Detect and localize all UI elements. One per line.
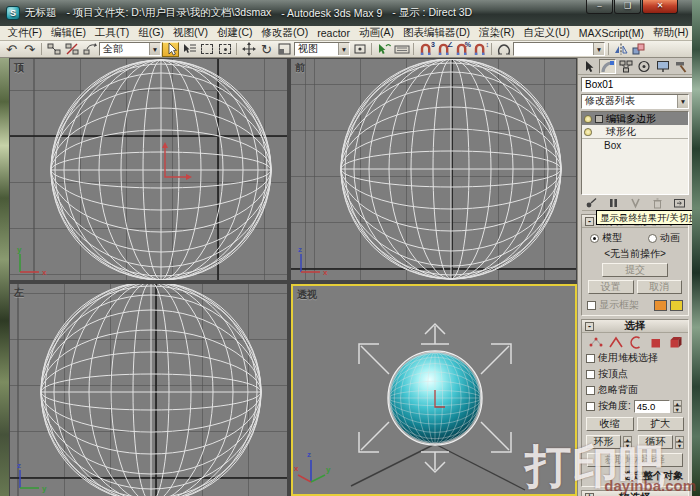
configure-modifier-sets-button[interactable] bbox=[670, 196, 688, 209]
viewport-label-top[interactable]: 顶 bbox=[14, 61, 24, 75]
visibility-bulb-icon[interactable] bbox=[584, 128, 592, 136]
ignore-backfacing-checkbox[interactable] bbox=[586, 386, 595, 395]
element-subobject-button[interactable] bbox=[668, 336, 683, 349]
show-cage-checkbox[interactable] bbox=[587, 301, 596, 310]
collapse-icon[interactable]: - bbox=[585, 217, 594, 226]
border-subobject-button[interactable] bbox=[628, 336, 643, 349]
chevron-down-icon[interactable]: ▼ bbox=[149, 43, 160, 55]
menu-item-graph-editors[interactable]: 图表编辑器(D) bbox=[398, 26, 474, 40]
menu-item-views[interactable]: 视图(V) bbox=[169, 26, 213, 40]
modifier-list-dropdown[interactable]: 修改器列表 ▼ bbox=[581, 94, 689, 109]
named-selection-sets-button[interactable] bbox=[495, 42, 512, 57]
cancel-button[interactable]: 取消 bbox=[637, 280, 683, 294]
window-crossing-button[interactable] bbox=[216, 42, 233, 57]
menu-item-animation[interactable]: 动画(A) bbox=[354, 26, 398, 40]
spinner-snap-button[interactable]: ↕ bbox=[471, 42, 488, 57]
menu-item-create[interactable]: 创建(C) bbox=[213, 26, 258, 40]
model-radio[interactable] bbox=[590, 234, 599, 243]
select-and-move-button[interactable] bbox=[240, 42, 257, 57]
menu-item-help[interactable]: 帮助(H) bbox=[649, 26, 694, 40]
mirror-button[interactable] bbox=[612, 42, 629, 57]
viewport-front[interactable]: 前 z x bbox=[291, 59, 576, 280]
menu-item-file[interactable]: 文件(F) bbox=[3, 26, 46, 40]
reference-coordinate-dropdown[interactable]: 视图 ▼ bbox=[294, 42, 350, 56]
shrink-button[interactable]: 收缩 bbox=[586, 417, 634, 431]
grow-button[interactable]: 扩大 bbox=[637, 417, 685, 431]
angle-snap-button[interactable]: ∠ bbox=[435, 42, 452, 57]
select-and-rotate-button[interactable]: ↻ bbox=[258, 42, 275, 57]
cage-selected-color-swatch[interactable] bbox=[670, 300, 683, 311]
viewport-left[interactable]: 左 z y bbox=[10, 284, 287, 496]
bind-to-space-warp-button[interactable] bbox=[81, 42, 98, 57]
viewport-label-left[interactable]: 左 bbox=[14, 286, 24, 300]
tab-hierarchy[interactable] bbox=[617, 59, 635, 74]
loop-spinner[interactable]: ▲▼ bbox=[675, 436, 684, 449]
use-stack-selection-checkbox[interactable] bbox=[586, 354, 595, 363]
chevron-down-icon[interactable]: ▼ bbox=[338, 43, 349, 55]
minimize-button[interactable]: – bbox=[586, 0, 613, 14]
menu-item-rendering[interactable]: 渲染(R) bbox=[475, 26, 520, 40]
select-object-button[interactable] bbox=[162, 42, 179, 57]
loop-button[interactable]: 循环 bbox=[638, 435, 673, 449]
rectangular-selection-region-button[interactable] bbox=[198, 42, 215, 57]
rollout-header-soft-selection[interactable]: + 软选择 bbox=[582, 491, 688, 496]
vertex-subobject-button[interactable] bbox=[588, 336, 603, 349]
edge-subobject-button[interactable] bbox=[608, 336, 623, 349]
make-unique-button[interactable] bbox=[626, 196, 644, 209]
viewport-label-perspective[interactable]: 透视 bbox=[297, 288, 317, 302]
pin-stack-button[interactable] bbox=[582, 196, 600, 209]
menu-item-group[interactable]: 组(G) bbox=[134, 26, 169, 40]
angle-spinner[interactable]: ▲▼ bbox=[673, 400, 682, 413]
redo-button[interactable]: ↷ bbox=[21, 42, 38, 57]
menu-item-maxscript[interactable]: MAXScript(M) bbox=[574, 27, 648, 39]
ring-spinner[interactable]: ▲▼ bbox=[623, 436, 632, 449]
menu-item-customize[interactable]: 自定义(U) bbox=[519, 26, 574, 40]
maximize-button[interactable]: ❑ bbox=[614, 0, 641, 14]
settings-button[interactable]: 设置 bbox=[588, 280, 634, 294]
menu-item-reactor[interactable]: reactor bbox=[313, 27, 355, 39]
select-and-manipulate-button[interactable] bbox=[375, 42, 392, 57]
tab-modify[interactable] bbox=[599, 59, 617, 74]
animate-radio[interactable] bbox=[648, 234, 657, 243]
close-button[interactable]: ✕ bbox=[642, 0, 678, 14]
percent-snap-button[interactable]: % bbox=[453, 42, 470, 57]
polygon-subobject-button[interactable] bbox=[648, 336, 663, 349]
ring-button[interactable]: 环形 bbox=[586, 435, 621, 449]
viewport-perspective[interactable]: z x y 透视 bbox=[291, 284, 577, 496]
by-vertex-checkbox[interactable] bbox=[586, 370, 595, 379]
transform-gizmo[interactable] bbox=[162, 142, 192, 180]
menu-item-modifiers[interactable]: 修改器(O) bbox=[257, 26, 313, 40]
tab-utilities[interactable] bbox=[673, 59, 691, 74]
select-by-name-button[interactable] bbox=[180, 42, 197, 57]
undo-button[interactable]: ↶ bbox=[3, 42, 20, 57]
menu-item-tools[interactable]: 工具(T) bbox=[90, 26, 133, 40]
cage-color-swatch[interactable] bbox=[654, 300, 667, 311]
named-selection-dropdown[interactable]: ▼ bbox=[513, 42, 605, 56]
unlink-selection-button[interactable] bbox=[63, 42, 80, 57]
object-name-field[interactable] bbox=[581, 77, 692, 92]
selection-filter-dropdown[interactable]: 全部 ▼ bbox=[99, 42, 161, 56]
commit-button[interactable]: 提交 bbox=[602, 263, 668, 277]
rollout-header-selection[interactable]: - 选择 bbox=[582, 320, 688, 333]
menu-item-edit[interactable]: 编辑(E) bbox=[46, 26, 90, 40]
remove-modifier-button[interactable] bbox=[648, 196, 666, 209]
collapse-icon[interactable]: - bbox=[585, 322, 594, 331]
stack-item-edit-poly[interactable]: 编辑多边形 bbox=[582, 112, 688, 125]
show-end-result-button[interactable] bbox=[604, 196, 622, 209]
stack-item-box[interactable]: Box bbox=[582, 138, 688, 151]
chevron-down-icon[interactable]: ▼ bbox=[593, 43, 604, 55]
select-and-scale-button[interactable] bbox=[276, 42, 293, 57]
select-and-link-button[interactable] bbox=[45, 42, 62, 57]
viewport-top[interactable]: 顶 y x bbox=[10, 59, 287, 280]
tab-display[interactable] bbox=[654, 59, 672, 74]
by-angle-checkbox[interactable] bbox=[586, 402, 595, 411]
stack-item-spherify[interactable]: 球形化 bbox=[582, 125, 688, 138]
get-stack-selection-button[interactable]: 获取堆栈选择 bbox=[587, 453, 683, 467]
keyboard-shortcut-override-button[interactable] bbox=[393, 42, 410, 57]
chevron-down-icon[interactable]: ▼ bbox=[677, 95, 688, 108]
angle-value-field[interactable] bbox=[634, 400, 670, 413]
tab-create[interactable] bbox=[580, 59, 598, 74]
viewport-label-front[interactable]: 前 bbox=[295, 61, 305, 75]
use-pivot-center-button[interactable] bbox=[351, 42, 368, 57]
align-button[interactable] bbox=[630, 42, 647, 57]
